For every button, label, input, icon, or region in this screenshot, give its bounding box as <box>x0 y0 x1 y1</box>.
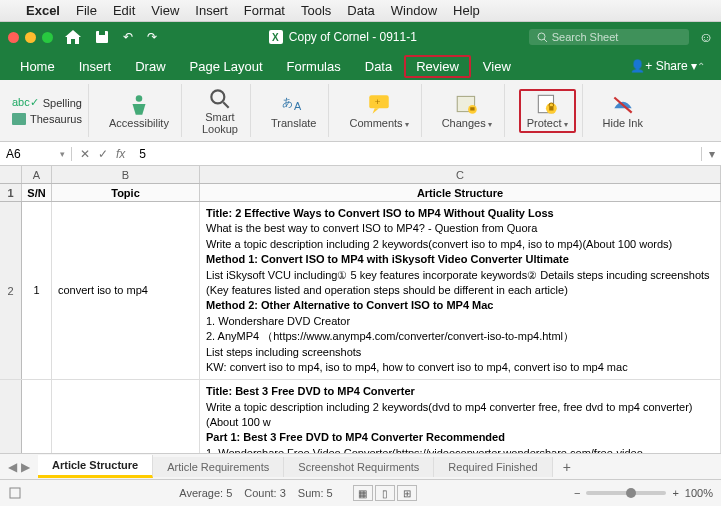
svg-text:あ: あ <box>282 96 293 108</box>
collapse-ribbon-icon[interactable]: ⌃ <box>697 61 705 72</box>
smart-lookup-button[interactable]: Smart Lookup <box>196 85 244 137</box>
menu-format[interactable]: Format <box>244 3 285 18</box>
search-placeholder: Search Sheet <box>552 31 619 43</box>
window-controls <box>8 32 53 43</box>
comment-icon: + <box>366 93 392 115</box>
svg-point-4 <box>538 33 545 40</box>
save-icon[interactable] <box>95 30 109 44</box>
menu-view[interactable]: View <box>151 3 179 18</box>
status-bar: Average: 5 Count: 3 Sum: 5 ▦ ▯ ⊞ − + 100… <box>0 480 721 506</box>
menu-data[interactable]: Data <box>347 3 374 18</box>
translate-button[interactable]: あATranslate <box>265 91 322 131</box>
tab-insert[interactable]: Insert <box>67 55 124 78</box>
view-normal-icon[interactable]: ▦ <box>353 485 373 501</box>
cell-structure[interactable]: Title: Best 3 Free DVD to MP4 ConverterW… <box>200 380 721 454</box>
menu-insert[interactable]: Insert <box>195 3 228 18</box>
search-icon <box>537 32 548 43</box>
svg-line-9 <box>223 102 228 107</box>
tab-view[interactable]: View <box>471 55 523 78</box>
sheet-nav-next-icon[interactable]: ▶ <box>21 460 30 474</box>
cancel-formula-icon[interactable]: ✕ <box>80 147 90 161</box>
tab-page-layout[interactable]: Page Layout <box>178 55 275 78</box>
column-header-c[interactable]: C <box>200 166 721 183</box>
sheet-tab-required-finished[interactable]: Required Finished <box>434 457 552 477</box>
svg-rect-1 <box>99 31 105 35</box>
changes-button[interactable]: Changes▾ <box>436 91 498 131</box>
row-header-1[interactable]: 1 <box>0 184 22 201</box>
ribbon-review: abc✓Spelling Thesaurus Accessibility Sma… <box>0 80 721 142</box>
cell-topic[interactable]: convert iso to mp4 <box>52 202 200 379</box>
edit-mode-icon[interactable] <box>8 486 22 500</box>
menu-tools[interactable]: Tools <box>301 3 331 18</box>
menu-file[interactable]: File <box>76 3 97 18</box>
table-row: Title: Best 3 Free DVD to MP4 ConverterW… <box>0 380 721 454</box>
thesaurus-button[interactable]: Thesaurus <box>12 113 82 125</box>
tab-home[interactable]: Home <box>8 55 67 78</box>
cell-sn[interactable]: 1 <box>22 202 52 379</box>
menu-help[interactable]: Help <box>453 3 480 18</box>
status-average: Average: 5 <box>179 487 232 499</box>
tab-formulas[interactable]: Formulas <box>275 55 353 78</box>
sheet-tab-article-structure[interactable]: Article Structure <box>38 455 153 478</box>
sheet-tab-article-requirements[interactable]: Article Requirements <box>153 457 284 477</box>
svg-rect-19 <box>549 106 553 110</box>
svg-text:X: X <box>272 32 279 43</box>
tab-review[interactable]: Review <box>404 55 471 78</box>
hide-ink-button[interactable]: Hide Ink <box>597 91 649 131</box>
row-header[interactable]: 2 <box>0 202 22 379</box>
feedback-icon[interactable]: ☺ <box>699 29 713 45</box>
zoom-out-button[interactable]: − <box>574 487 580 499</box>
sheet-tab-bar: ◀ ▶ Article Structure Article Requiremen… <box>0 454 721 480</box>
macos-menubar: Excel File Edit View Insert Format Tools… <box>0 0 721 22</box>
tab-data[interactable]: Data <box>353 55 404 78</box>
sheet-tab-screenshot-requirements[interactable]: Screenshot Requirments <box>284 457 434 477</box>
spreadsheet-grid[interactable]: A B C 1 S/N Topic Article Structure 21co… <box>0 166 721 454</box>
header-topic: Topic <box>52 184 200 201</box>
cell-topic[interactable] <box>52 380 200 454</box>
fx-icon[interactable]: fx <box>116 147 125 161</box>
maximize-window-button[interactable] <box>42 32 53 43</box>
book-icon <box>12 113 26 125</box>
app-menu[interactable]: Excel <box>26 3 60 18</box>
view-page-break-icon[interactable]: ⊞ <box>397 485 417 501</box>
ribbon-tabs: Home Insert Draw Page Layout Formulas Da… <box>0 52 721 80</box>
svg-point-8 <box>211 90 224 103</box>
table-row: 21convert iso to mp4Title: 2 Effective W… <box>0 202 721 380</box>
tab-draw[interactable]: Draw <box>123 55 177 78</box>
comments-button[interactable]: +Comments▾ <box>343 91 414 131</box>
protect-button[interactable]: Protect▾ <box>519 89 576 133</box>
formula-bar: A6▾ ✕ ✓ fx 5 ▾ <box>0 142 721 166</box>
home-icon[interactable] <box>65 30 81 44</box>
row-header[interactable] <box>0 380 22 454</box>
menu-window[interactable]: Window <box>391 3 437 18</box>
search-sheet-input[interactable]: Search Sheet <box>529 29 689 45</box>
formula-input[interactable]: 5 <box>133 147 701 161</box>
translate-icon: あA <box>281 93 307 115</box>
select-all-corner[interactable] <box>0 166 22 183</box>
changes-icon <box>454 93 480 115</box>
cell-structure[interactable]: Title: 2 Effective Ways to Convert ISO t… <box>200 202 721 379</box>
accessibility-button[interactable]: Accessibility <box>103 91 175 131</box>
protect-icon <box>534 93 560 115</box>
column-header-a[interactable]: A <box>22 166 52 183</box>
name-box[interactable]: A6▾ <box>0 147 72 161</box>
minimize-window-button[interactable] <box>25 32 36 43</box>
smart-lookup-icon <box>207 87 233 109</box>
share-button[interactable]: 👤+ Share ▾ <box>630 59 697 73</box>
zoom-in-button[interactable]: + <box>672 487 678 499</box>
sheet-nav-prev-icon[interactable]: ◀ <box>8 460 17 474</box>
close-window-button[interactable] <box>8 32 19 43</box>
redo-icon[interactable]: ↷ <box>147 30 157 44</box>
expand-formula-bar-icon[interactable]: ▾ <box>701 147 721 161</box>
menu-edit[interactable]: Edit <box>113 3 135 18</box>
cell-sn[interactable] <box>22 380 52 454</box>
enter-formula-icon[interactable]: ✓ <box>98 147 108 161</box>
zoom-slider[interactable] <box>586 491 666 495</box>
undo-icon[interactable]: ↶ <box>123 30 133 44</box>
svg-text:A: A <box>294 100 302 112</box>
zoom-level[interactable]: 100% <box>685 487 713 499</box>
add-sheet-button[interactable]: + <box>553 459 581 475</box>
column-header-b[interactable]: B <box>52 166 200 183</box>
spelling-button[interactable]: abc✓Spelling <box>12 96 82 109</box>
view-page-layout-icon[interactable]: ▯ <box>375 485 395 501</box>
